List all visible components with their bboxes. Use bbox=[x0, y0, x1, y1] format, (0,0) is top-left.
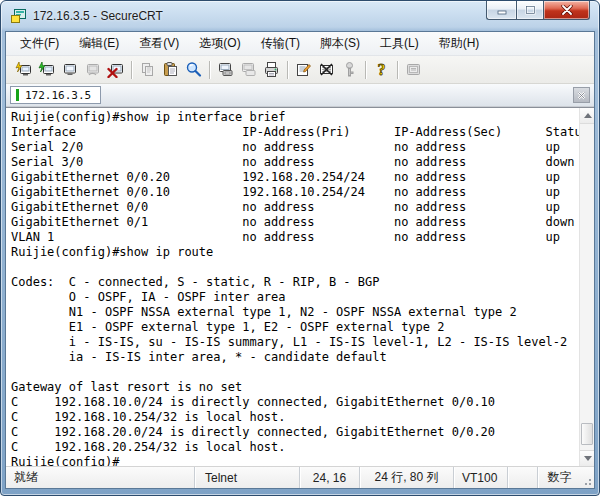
key-icon bbox=[338, 58, 361, 81]
menu-tools[interactable]: 工具(L) bbox=[370, 32, 429, 55]
status-ready: 就绪 bbox=[6, 467, 194, 488]
scroll-down-icon[interactable] bbox=[580, 450, 594, 466]
svg-text:?: ? bbox=[378, 61, 386, 78]
status-protocol: Telnet bbox=[194, 467, 299, 488]
menu-edit[interactable]: 编辑(E) bbox=[69, 32, 129, 55]
close-button[interactable] bbox=[544, 1, 590, 20]
terminal-line: GigabitEthernet 0/0 no address no addres… bbox=[11, 200, 579, 215]
find-icon[interactable] bbox=[182, 58, 205, 81]
scrollbar-thumb[interactable] bbox=[581, 423, 593, 445]
securecrt-window: 172.16.3.5 - SecureCRT 文件(F) 编辑(E) 查看(V)… bbox=[0, 0, 600, 496]
menu-help[interactable]: 帮助(H) bbox=[429, 32, 490, 55]
paste-icon[interactable] bbox=[159, 58, 182, 81]
terminal-line: E1 - OSPF external type 1, E2 - OSPF ext… bbox=[11, 320, 579, 335]
terminal-line: O - OSPF, IA - OSPF inter area bbox=[11, 290, 579, 305]
terminal-line: Gateway of last resort is no set bbox=[11, 380, 579, 395]
print-screen-icon[interactable] bbox=[214, 58, 237, 81]
securecrt-app-icon bbox=[10, 8, 26, 24]
terminal-line: Ruijie(config)#show ip route bbox=[11, 245, 579, 260]
terminal-line: Serial 2/0 no address no address up bbox=[11, 140, 579, 155]
toolbar-separator bbox=[287, 61, 288, 79]
toolbar-separator bbox=[365, 61, 366, 79]
toolbar: ? bbox=[6, 56, 594, 84]
terminal-line bbox=[11, 260, 579, 275]
menu-script[interactable]: 脚本(S) bbox=[310, 32, 370, 55]
vertical-scrollbar[interactable] bbox=[579, 108, 594, 466]
menu-options[interactable]: 选项(O) bbox=[189, 32, 250, 55]
menu-bar: 文件(F) 编辑(E) 查看(V) 选项(O) 传输(T) 脚本(S) 工具(L… bbox=[6, 32, 594, 56]
disconnect-icon[interactable] bbox=[104, 58, 127, 81]
status-terminal-size: 24 行, 80 列 bbox=[359, 467, 453, 488]
status-caps-lock bbox=[507, 467, 537, 488]
securefx-icon bbox=[402, 58, 425, 81]
menu-file[interactable]: 文件(F) bbox=[10, 32, 69, 55]
toolbar-separator bbox=[209, 61, 210, 79]
terminal-line: C 192.168.10.254/32 is local host. bbox=[11, 410, 579, 425]
session-options-icon[interactable] bbox=[292, 58, 315, 81]
terminal-line: GigabitEthernet 0/1 no address no addres… bbox=[11, 215, 579, 230]
terminal-line: GigabitEthernet 0/0.10 192.168.10.254/24… bbox=[11, 185, 579, 200]
tab-bar: 172.16.3.5 bbox=[6, 84, 594, 107]
terminal-line: ia - IS-IS inter area, * - candidate def… bbox=[11, 350, 579, 365]
resize-grip[interactable] bbox=[581, 467, 594, 488]
minimize-button[interactable] bbox=[486, 1, 516, 20]
print-icon[interactable] bbox=[260, 58, 283, 81]
terminal-line: C 192.168.20.254/32 is local host. bbox=[11, 440, 579, 455]
maximize-button[interactable] bbox=[516, 1, 544, 20]
status-emulation: VT100 bbox=[453, 467, 507, 488]
connect-icon[interactable] bbox=[58, 58, 81, 81]
terminal-screen[interactable]: Ruijie(config)#show ip interface brief I… bbox=[6, 107, 594, 466]
terminal-line bbox=[11, 365, 579, 380]
connection-status-indicator bbox=[16, 89, 19, 101]
terminal-line: i - IS-IS, su - IS-IS summary, L1 - IS-I… bbox=[11, 335, 579, 350]
terminal-line: GigabitEthernet 0/0.20 192.168.20.254/24… bbox=[11, 170, 579, 185]
quick-connect-icon[interactable] bbox=[12, 58, 35, 81]
toolbar-separator bbox=[131, 61, 132, 79]
help-icon[interactable]: ? bbox=[370, 58, 393, 81]
session-tab[interactable]: 172.16.3.5 bbox=[10, 86, 101, 104]
client-area: 文件(F) 编辑(E) 查看(V) 选项(O) 传输(T) 脚本(S) 工具(L… bbox=[5, 31, 595, 489]
terminal-line: Interface IP-Address(Pri) IP-Address(Sec… bbox=[11, 125, 579, 140]
keymap-editor-icon[interactable] bbox=[315, 58, 338, 81]
terminal-line: Ruijie(config)#show ip interface brief bbox=[11, 110, 579, 125]
menu-view[interactable]: 查看(V) bbox=[129, 32, 189, 55]
terminal-line: N1 - OSPF NSSA external type 1, N2 - OSP… bbox=[11, 305, 579, 320]
connect-in-tab-icon[interactable] bbox=[35, 58, 58, 81]
copy-icon bbox=[136, 58, 159, 81]
terminal-line: VLAN 1 no address no address up bbox=[11, 230, 579, 245]
title-bar[interactable]: 172.16.3.5 - SecureCRT bbox=[1, 1, 599, 31]
terminal-output: Ruijie(config)#show ip interface brief I… bbox=[6, 108, 579, 466]
window-title: 172.16.3.5 - SecureCRT bbox=[33, 9, 163, 23]
session-tab-label: 172.16.3.5 bbox=[25, 89, 91, 102]
terminal-line: Codes: C - connected, S - static, R - RI… bbox=[11, 275, 579, 290]
status-cursor-position: 24, 16 bbox=[299, 467, 359, 488]
terminal-line: Serial 3/0 no address no address down bbox=[11, 155, 579, 170]
terminal-line: Ruijie(config)# bbox=[11, 455, 579, 466]
scroll-up-icon[interactable] bbox=[580, 108, 594, 124]
terminal-line: C 192.168.10.0/24 is directly connected,… bbox=[11, 395, 579, 410]
print-eject-icon bbox=[237, 58, 260, 81]
toolbar-separator bbox=[397, 61, 398, 79]
menu-transfer[interactable]: 传输(T) bbox=[251, 32, 310, 55]
status-num-lock: 数字 bbox=[537, 467, 581, 488]
terminal-line: C 192.168.20.0/24 is directly connected,… bbox=[11, 425, 579, 440]
tab-close-icon[interactable] bbox=[573, 87, 590, 103]
status-bar: 就绪 Telnet 24, 16 24 行, 80 列 VT100 数字 bbox=[6, 466, 594, 488]
reconnect-icon bbox=[81, 58, 104, 81]
